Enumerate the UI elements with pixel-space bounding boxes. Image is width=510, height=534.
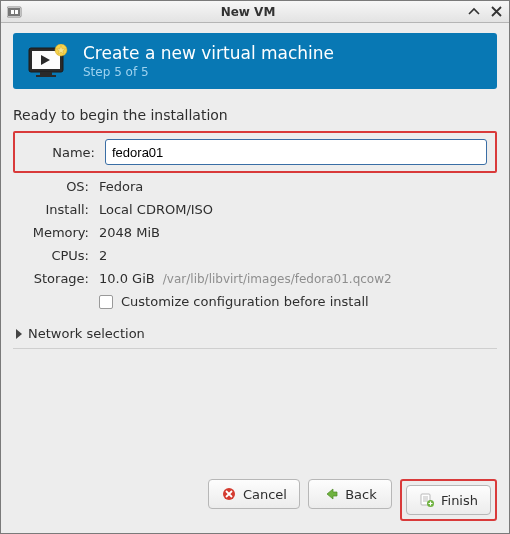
svg-rect-3 bbox=[15, 10, 18, 14]
customize-row: Customize configuration before install bbox=[17, 294, 493, 309]
svg-rect-7 bbox=[40, 72, 52, 75]
virt-manager-icon bbox=[7, 5, 23, 19]
name-label: Name: bbox=[23, 145, 95, 160]
window-buttons bbox=[467, 5, 503, 19]
finish-button[interactable]: Finish bbox=[406, 485, 491, 515]
install-value: Local CDROM/ISO bbox=[99, 202, 493, 217]
monitor-new-icon bbox=[27, 44, 69, 78]
button-bar: Cancel Back bbox=[13, 469, 497, 521]
finish-label: Finish bbox=[441, 493, 478, 508]
banner-subtitle: Step 5 of 5 bbox=[83, 65, 334, 79]
os-value: Fedora bbox=[99, 179, 493, 194]
rollup-button[interactable] bbox=[467, 5, 481, 19]
customize-label[interactable]: Customize configuration before install bbox=[121, 294, 369, 309]
memory-label: Memory: bbox=[17, 225, 89, 240]
wizard-banner: Create a new virtual machine Step 5 of 5 bbox=[13, 33, 497, 89]
storage-value: 10.0 GiB /var/lib/libvirt/images/fedora0… bbox=[99, 271, 493, 286]
network-expander[interactable]: Network selection bbox=[13, 321, 497, 346]
storage-size: 10.0 GiB bbox=[99, 271, 155, 286]
cancel-label: Cancel bbox=[243, 487, 287, 502]
caret-right-icon bbox=[16, 329, 22, 339]
storage-path: /var/lib/libvirt/images/fedora01.qcow2 bbox=[163, 272, 392, 286]
back-button[interactable]: Back bbox=[308, 479, 392, 509]
finish-highlight: Finish bbox=[400, 479, 497, 521]
svg-rect-8 bbox=[36, 75, 56, 77]
network-expander-label: Network selection bbox=[28, 326, 145, 341]
svg-rect-2 bbox=[11, 10, 14, 14]
summary-grid: OS: Fedora Install: Local CDROM/ISO Memo… bbox=[17, 179, 493, 286]
back-label: Back bbox=[345, 487, 377, 502]
customize-checkbox[interactable] bbox=[99, 295, 113, 309]
titlebar: New VM bbox=[1, 1, 509, 23]
os-label: OS: bbox=[17, 179, 89, 194]
back-arrow-icon bbox=[323, 486, 339, 502]
separator bbox=[13, 348, 497, 349]
new-vm-window: New VM bbox=[0, 0, 510, 534]
cpus-label: CPUs: bbox=[17, 248, 89, 263]
cpus-value: 2 bbox=[99, 248, 493, 263]
memory-value: 2048 MiB bbox=[99, 225, 493, 240]
banner-title: Create a new virtual machine bbox=[83, 43, 334, 63]
wizard-content: Create a new virtual machine Step 5 of 5… bbox=[1, 23, 509, 533]
window-title: New VM bbox=[29, 5, 467, 19]
install-label: Install: bbox=[17, 202, 89, 217]
name-highlight: Name: bbox=[13, 131, 497, 173]
finish-icon bbox=[419, 492, 435, 508]
ready-label: Ready to begin the installation bbox=[13, 107, 497, 123]
cancel-button[interactable]: Cancel bbox=[208, 479, 300, 509]
close-button[interactable] bbox=[489, 5, 503, 19]
vm-name-input[interactable] bbox=[105, 139, 487, 165]
cancel-icon bbox=[221, 486, 237, 502]
storage-label: Storage: bbox=[17, 271, 89, 286]
